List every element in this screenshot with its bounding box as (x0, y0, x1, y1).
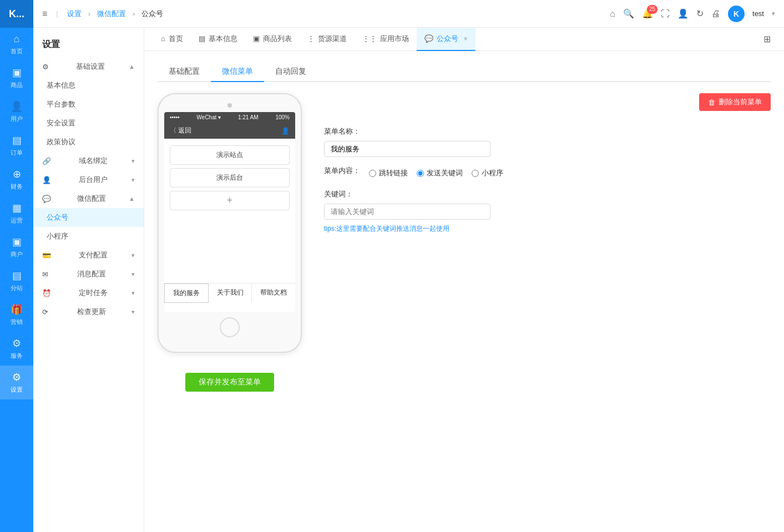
sidebar-item-basic-info[interactable]: 基本信息 (33, 76, 144, 95)
tab-app-market[interactable]: ⋮⋮ 应用市场 (355, 28, 417, 51)
radio-keyword-input[interactable] (417, 170, 424, 177)
sidebar-group-backenduser: 👤 后台用户 ▾ (33, 170, 144, 189)
tab-close-icon[interactable]: × (464, 35, 468, 43)
phone-btn-demo-backend[interactable]: 演示后台 (170, 168, 290, 188)
sidebar-group-domain: 🔗 域名绑定 ▾ (33, 151, 144, 170)
nav-item-shop[interactable]: ▣ 商户 (0, 230, 33, 264)
tab-supply[interactable]: ⋮ 货源渠道 (300, 28, 355, 51)
sidebar-group-wechat: 💬 微信配置 ▲ 公众号 小程序 (33, 189, 144, 246)
radio-redirect-input[interactable] (369, 170, 376, 177)
phone-btn-add[interactable]: + (170, 191, 290, 210)
user-name[interactable]: test (752, 9, 764, 18)
nav-item-operations[interactable]: ▦ 运营 (0, 196, 33, 230)
branch-icon: ▤ (12, 270, 22, 282)
sidebar-item-policy[interactable]: 政策协议 (33, 133, 144, 151)
inner-page: 基础配置 微信菜单 自动回复 (144, 51, 784, 532)
fullscreen-icon[interactable]: ⛶ (661, 9, 670, 19)
sidebar-item-security[interactable]: 安全设置 (33, 114, 144, 133)
phone-avatar-icon: 👤 (281, 127, 290, 135)
radio-miniprogram-input[interactable] (472, 170, 479, 177)
nav-item-finance[interactable]: ⊕ 财务 (0, 163, 33, 196)
phone-btn-demo-site[interactable]: 演示站点 (170, 145, 290, 165)
domain-label: 域名绑定 (79, 156, 108, 166)
search-header-icon[interactable]: 🔍 (623, 8, 634, 19)
phone-menu-help-docs[interactable]: 帮助文档 (252, 283, 295, 303)
tab-wechat-account[interactable]: 💬 公众号 × (417, 28, 476, 51)
sub-tab-auto-reply[interactable]: 自动回复 (264, 62, 317, 82)
menu-name-input[interactable] (324, 141, 490, 157)
nav-item-goods[interactable]: ▣ 商品 (0, 61, 33, 95)
nav-item-service[interactable]: ⚙ 服务 (0, 332, 33, 366)
nav-label-branch: 分站 (11, 284, 23, 292)
breadcrumb-wechat[interactable]: 微信配置 (97, 9, 126, 19)
sidebar: 设置 ⚙ 基础设置 ▲ 基本信息 平台参数 安全设置 政策协议 🔗 域名绑定 ▾ (33, 28, 144, 532)
nav-item-home[interactable]: ⌂ 首页 (0, 28, 33, 61)
tab-basic-info[interactable]: ▤ 基本信息 (191, 28, 245, 51)
sidebar-group-header-update[interactable]: ⟳ 检查更新 ▾ (33, 302, 144, 321)
nav-item-marketing[interactable]: 🎁 营销 (0, 298, 33, 332)
sub-tab-basic-config[interactable]: 基础配置 (158, 62, 211, 82)
delete-menu-button[interactable]: 🗑 删除当前菜单 (699, 93, 771, 111)
radio-redirect[interactable]: 跳转链接 (369, 168, 408, 178)
nav-item-orders[interactable]: ▤ 订单 (0, 129, 33, 163)
phone-speaker (227, 103, 232, 108)
phone-body: 演示站点 演示后台 + (164, 139, 295, 283)
phone-back-btn[interactable]: 〈 返回 (170, 126, 191, 135)
phone-menu-btns: 演示站点 演示后台 + (164, 139, 295, 217)
save-publish-button[interactable]: 保存并发布至菜单 (185, 373, 274, 392)
sidebar-group-header-payment[interactable]: 💳 支付配置 ▾ (33, 246, 144, 265)
phone-mockup: ••••• WeChat ▾ 1:21 AM 100% 〈 返回 👤 (158, 93, 302, 392)
notification-badge[interactable]: 🔔 25 (642, 8, 653, 19)
sidebar-group-header-basic[interactable]: ⚙ 基础设置 ▲ (33, 57, 144, 76)
phone-top-bar (164, 103, 295, 108)
sub-tab-wechat-menu[interactable]: 微信菜单 (211, 62, 264, 82)
sidebar-group-update: ⟳ 检查更新 ▾ (33, 302, 144, 321)
top-header: ≡ | 设置 › 微信配置 › 公众号 ⌂ 🔍 🔔 25 ⛶ 👤 ↻ 🖨 K t… (33, 0, 784, 28)
nav-item-branch[interactable]: ▤ 分站 (0, 264, 33, 298)
wechat-config-label: 微信配置 (77, 194, 106, 204)
user-avatar[interactable]: K (728, 6, 745, 22)
home-tab-icon: ⌂ (161, 34, 165, 43)
phone-menu-my-service[interactable]: 我的服务 (164, 283, 209, 303)
breadcrumb-settings[interactable]: 设置 (67, 9, 82, 19)
nav-item-settings[interactable]: ⚙ 设置 (0, 366, 33, 399)
print-icon[interactable]: 🖨 (711, 9, 720, 19)
nav-label-users: 用户 (11, 115, 23, 123)
update-icon: ⟳ (42, 308, 48, 316)
sidebar-group-header-cron[interactable]: ⏰ 定时任务 ▾ (33, 283, 144, 302)
sidebar-group-header-backenduser[interactable]: 👤 后台用户 ▾ (33, 170, 144, 189)
sidebar-group-header-domain[interactable]: 🔗 域名绑定 ▾ (33, 151, 144, 170)
radio-keyword[interactable]: 发送关键词 (417, 168, 463, 178)
keyword-input[interactable] (324, 204, 490, 220)
menu-name-section: 菜单名称： (324, 126, 771, 157)
save-btn-wrapper: 保存并发布至菜单 (158, 362, 302, 392)
avatar-icon[interactable]: 👤 (677, 8, 689, 19)
hamburger-icon[interactable]: ≡ (42, 9, 47, 19)
home-header-icon[interactable]: ⌂ (610, 9, 615, 19)
backend-user-icon: 👤 (42, 176, 51, 184)
nav-label-finance: 财务 (11, 183, 23, 191)
phone-nav-bar: 〈 返回 👤 (164, 123, 295, 139)
phone-menu-about-us[interactable]: 关于我们 (209, 283, 252, 303)
payment-icon: 💳 (42, 251, 51, 260)
sidebar-group-header-wechat[interactable]: 💬 微信配置 ▲ (33, 189, 144, 208)
tips-text: tips:这里需要配合关键词推送消息一起使用 (324, 224, 771, 234)
goods-icon: ▣ (12, 67, 22, 79)
basic-settings-icon: ⚙ (42, 63, 49, 71)
tab-grid-btn[interactable]: ⊞ (763, 34, 775, 44)
sidebar-item-miniprogram[interactable]: 小程序 (33, 227, 144, 246)
tab-goods-list[interactable]: ▣ 商品列表 (245, 28, 300, 51)
radio-miniprogram[interactable]: 小程序 (472, 168, 503, 178)
notification-count: 25 (647, 5, 657, 14)
refresh-icon[interactable]: ↻ (696, 8, 704, 19)
sidebar-item-platform-params[interactable]: 平台参数 (33, 95, 144, 114)
chevron-up-icon: ▲ (129, 63, 135, 70)
tab-home[interactable]: ⌂ 首页 (153, 28, 191, 51)
sidebar-group-header-message[interactable]: ✉ 消息配置 ▾ (33, 265, 144, 283)
two-col-layout: ••••• WeChat ▾ 1:21 AM 100% 〈 返回 👤 (158, 93, 771, 392)
tab-bar: ⌂ 首页 ▤ 基本信息 ▣ 商品列表 ⋮ 货源渠道 ⋮⋮ 应用市场 (144, 28, 784, 51)
sidebar-item-official-account[interactable]: 公众号 (33, 208, 144, 227)
user-dropdown-icon[interactable]: ▾ (772, 10, 775, 17)
menu-content-label: 菜单内容： (324, 166, 360, 176)
nav-item-users[interactable]: 👤 用户 (0, 95, 33, 129)
